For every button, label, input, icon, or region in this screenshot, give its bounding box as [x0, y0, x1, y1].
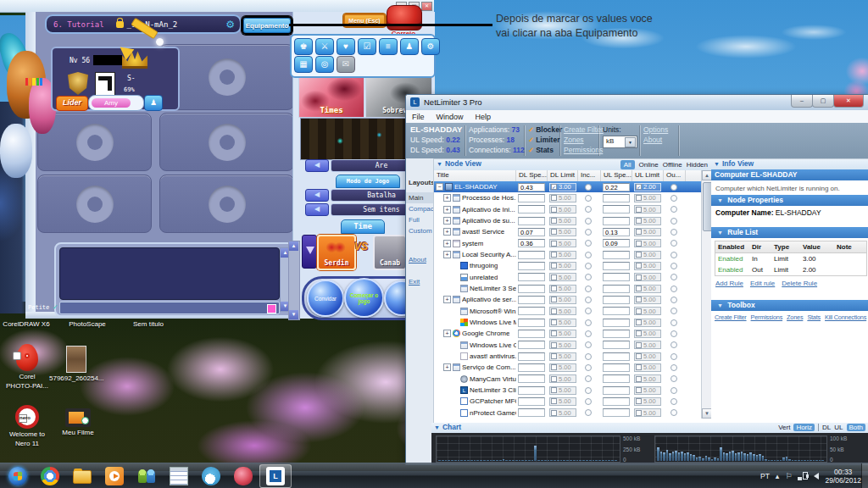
node-row[interactable]: ManyCam Virtua...5.005.00: [434, 374, 701, 385]
hlink-2[interactable]: Permissions: [564, 145, 604, 155]
radio-button[interactable]: [670, 240, 677, 247]
chat-color-button[interactable]: [267, 304, 276, 313]
action-center-flag-icon[interactable]: ⚐: [785, 472, 792, 480]
column-header-2[interactable]: DL Limit: [548, 170, 578, 181]
comecar-jogo-button[interactable]: Começar o jogo: [344, 278, 384, 318]
limit-checkbox[interactable]: [636, 387, 642, 393]
expand-toggle[interactable]: +: [443, 240, 451, 247]
limit-box[interactable]: 5.00: [634, 363, 661, 372]
radio-button[interactable]: [670, 184, 677, 191]
node-row[interactable]: NetLimiter 3 Ser...5.005.00: [434, 283, 701, 294]
sword-icon[interactable]: ⚔: [315, 38, 334, 55]
dlab-2[interactable]: Sem título: [124, 320, 173, 328]
radio-button[interactable]: [585, 297, 592, 303]
expand-toggle[interactable]: +: [443, 206, 451, 214]
speed-box[interactable]: [603, 330, 630, 338]
radio-button[interactable]: [670, 286, 677, 292]
mode-prev-button[interactable]: ◀: [305, 189, 329, 202]
speed-box[interactable]: [603, 205, 630, 214]
speaker-icon[interactable]: [814, 473, 819, 480]
speed-box[interactable]: 0.07: [518, 228, 545, 236]
limit-box[interactable]: 5.00: [634, 285, 661, 293]
speed-box[interactable]: [603, 273, 630, 281]
expand-toggle[interactable]: +: [443, 251, 451, 258]
radio-button[interactable]: [585, 229, 592, 236]
dlab-0[interactable]: CorelDRAW X6: [2, 320, 51, 328]
limit-checkbox[interactable]: [551, 387, 557, 393]
limit-box[interactable]: 5.00: [549, 228, 576, 236]
collapse-icon[interactable]: ▼: [437, 161, 442, 167]
radio-button[interactable]: [670, 341, 677, 348]
limit-checkbox[interactable]: [551, 207, 557, 213]
node-row[interactable]: Windows Live C...5.005.00: [434, 340, 701, 351]
units-dropdown[interactable]: kB▼: [603, 136, 637, 148]
dlab-1[interactable]: PhotoScape: [63, 320, 112, 328]
limit-box[interactable]: 5.00: [634, 319, 661, 327]
settings-icon[interactable]: ⚙: [421, 38, 440, 55]
sidebar-exit-link[interactable]: Exit: [409, 278, 420, 286]
replay-icon[interactable]: ▦: [294, 56, 313, 73]
items-prev-button[interactable]: ◀: [305, 203, 329, 216]
speed-box[interactable]: 0.22: [603, 183, 630, 191]
radio-button[interactable]: [670, 409, 677, 416]
limit-checkbox[interactable]: [636, 398, 642, 404]
speed-box[interactable]: [518, 352, 545, 361]
node-row[interactable]: Microsoft® Win...5.005.00: [434, 306, 701, 317]
limit-checkbox[interactable]: [551, 410, 557, 416]
rule-row[interactable]: EnabledInLimit3.00: [715, 253, 866, 264]
limit-checkbox[interactable]: [551, 252, 557, 258]
limit-box[interactable]: 5.00: [549, 296, 576, 304]
speed-box[interactable]: [518, 386, 545, 395]
hidden-icons-arrow[interactable]: ▴: [776, 472, 780, 480]
limit-box[interactable]: 5.00: [549, 251, 576, 259]
helmet-icon[interactable]: ♚: [294, 38, 313, 55]
limit-box[interactable]: 5.00: [634, 408, 661, 417]
rlink-0[interactable]: Add Rule: [715, 280, 743, 287]
limit-box[interactable]: 5.00: [549, 341, 576, 349]
limit-checkbox[interactable]: [636, 353, 642, 359]
layout-main[interactable]: Main: [406, 192, 433, 203]
radio-button[interactable]: [585, 364, 592, 371]
hlink-1[interactable]: Zones: [564, 135, 604, 145]
node-row[interactable]: avast! antivirus...5.005.00: [434, 351, 701, 362]
limit-checkbox[interactable]: [551, 274, 557, 280]
limit-box[interactable]: 5.00: [634, 341, 661, 349]
notepad-button[interactable]: [163, 464, 195, 488]
limit-checkbox[interactable]: [551, 241, 557, 247]
limit-box[interactable]: 5.00: [549, 273, 576, 281]
lobby-scrollbar[interactable]: ▲ ▼: [288, 241, 300, 320]
toggle-stats[interactable]: ✓Stats: [528, 145, 562, 155]
limit-checkbox[interactable]: [551, 286, 557, 291]
mi-2[interactable]: Help: [476, 113, 492, 121]
limit-box[interactable]: 5.00: [634, 251, 661, 259]
radio-button[interactable]: [585, 308, 592, 314]
radio-button[interactable]: [585, 319, 592, 326]
node-row[interactable]: −EL-SHADDAY0.43✓3.000.22✓2.00: [434, 181, 701, 192]
limit-checkbox[interactable]: [636, 308, 642, 314]
speed-box[interactable]: [603, 386, 630, 395]
team-serdin-button[interactable]: Serdin: [317, 235, 356, 270]
speed-box[interactable]: [603, 194, 630, 202]
hlink-0[interactable]: Options: [643, 125, 668, 135]
fitem-1[interactable]: Offline: [663, 161, 682, 169]
radio-button[interactable]: [585, 409, 592, 416]
limit-box[interactable]: 5.00: [634, 273, 661, 281]
limit-checkbox[interactable]: [551, 229, 557, 235]
radio-button[interactable]: [670, 319, 677, 326]
limit-box[interactable]: 5.00: [549, 307, 576, 315]
speed-box[interactable]: [518, 205, 545, 214]
filter-all-tab[interactable]: All: [620, 160, 635, 169]
speed-box[interactable]: [518, 217, 545, 225]
media-player-button[interactable]: [98, 464, 131, 488]
tlink-4[interactable]: Kill Connections: [825, 313, 866, 321]
speed-box[interactable]: [518, 319, 545, 327]
limit-box[interactable]: 5.00: [549, 352, 576, 361]
node-row[interactable]: GCPatcher MFC...5.005.00: [434, 396, 701, 407]
limit-checkbox[interactable]: [636, 410, 642, 416]
radio-button[interactable]: [670, 308, 677, 314]
radio-button[interactable]: [585, 263, 592, 269]
limit-checkbox[interactable]: [551, 319, 557, 325]
radio-button[interactable]: [585, 398, 592, 405]
limit-checkbox[interactable]: ✓: [636, 184, 642, 190]
expand-toggle[interactable]: +: [443, 363, 451, 371]
